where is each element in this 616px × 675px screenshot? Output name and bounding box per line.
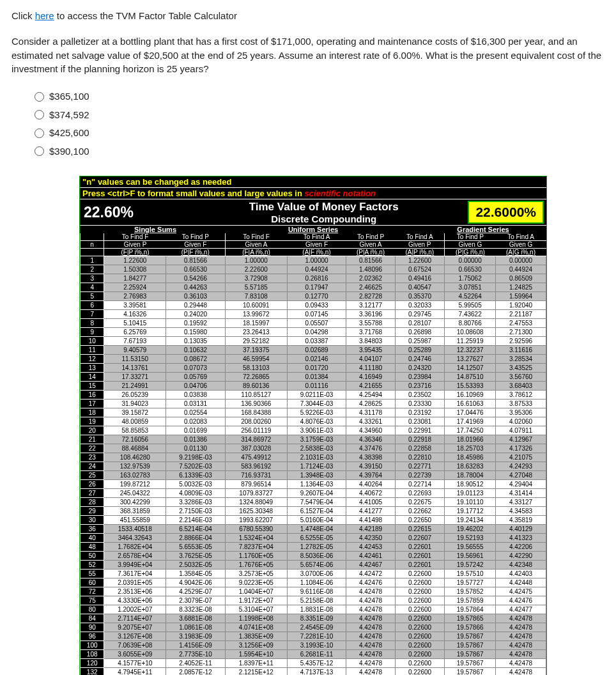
- row-value: 4.31178: [346, 408, 395, 417]
- row-n: 16: [81, 391, 104, 400]
- table-title-2: Discrete Compounding: [182, 213, 465, 224]
- row-n: 80: [81, 605, 104, 614]
- row-value: 4.11180: [346, 364, 395, 373]
- row-value: 19.56555: [445, 543, 496, 552]
- row-value: 2.21187: [496, 310, 546, 319]
- row-value: 0.01720: [287, 364, 346, 373]
- row-n: 13: [81, 364, 104, 373]
- row-value: 0.01384: [287, 373, 346, 382]
- row-value: 0.22739: [395, 471, 445, 480]
- row-value: 879.96514: [225, 480, 287, 489]
- row-value: 0.44924: [287, 265, 346, 274]
- row-value: 3.95435: [346, 346, 395, 355]
- row-value: 0.26898: [395, 328, 445, 337]
- row-value: 19.01123: [445, 489, 496, 498]
- tvm-calculator-link[interactable]: here: [35, 10, 54, 21]
- tvm-factor-table: "n" values can be changed as needed Pres…: [79, 176, 547, 675]
- row-value: 2.71300: [496, 328, 546, 337]
- after-link-text: to access the TVM Factor Table Calculato…: [54, 10, 237, 21]
- row-value: 7.5202E-03: [166, 462, 226, 471]
- colhdr-notation: (A|P i%,n): [395, 249, 445, 256]
- row-value: 4.42477: [496, 605, 546, 614]
- radio-icon[interactable]: [35, 110, 44, 120]
- row-value: 2.4545E-09: [287, 623, 346, 632]
- row-value: 1993.62207: [225, 516, 287, 525]
- row-value: 2.5032E-05: [166, 561, 226, 570]
- table-row: 481.7682E+045.6553E-057.8237E+041.2782E-…: [81, 543, 546, 552]
- table-row: 963.1267E+083.1983E-091.3835E+097.2281E-…: [81, 632, 546, 641]
- row-value: 1.22600: [395, 256, 445, 265]
- row-value: 4.41277: [346, 507, 395, 516]
- colhdr-notation: (P|F i%,n): [166, 249, 226, 256]
- row-value: 0.44924: [496, 265, 546, 274]
- radio-icon[interactable]: [35, 92, 44, 102]
- row-value: 19.57859: [445, 596, 496, 605]
- colhdr-given: Given F: [287, 241, 346, 249]
- row-value: 245.04322: [104, 489, 166, 498]
- row-value: 72.26865: [225, 373, 287, 382]
- row-value: 6.5214E-04: [166, 525, 226, 534]
- row-value: 1.48096: [346, 265, 395, 274]
- row-value: 716.93731: [225, 471, 287, 480]
- row-value: 19.57867: [445, 641, 496, 650]
- row-value: 3.56760: [496, 373, 546, 382]
- colhdr-tofind: [81, 233, 104, 241]
- row-value: 2.7114E+07: [104, 614, 166, 623]
- row-value: 4.42478: [346, 650, 395, 659]
- row-value: 4.42478: [346, 596, 395, 605]
- row-value: 4.28625: [346, 400, 395, 408]
- row-value: 3.3286E-03: [166, 498, 226, 507]
- row-value: 3.6055E+09: [104, 650, 166, 659]
- row-value: 2.0857E-12: [166, 668, 226, 676]
- row-value: 19.52193: [445, 534, 496, 543]
- colhdr-given: Given G: [445, 241, 496, 249]
- table-row: 361533.405186.5214E-046780.553901.4748E-…: [81, 525, 546, 534]
- row-n: 17: [81, 400, 104, 408]
- row-n: 90: [81, 623, 104, 632]
- colhdr-tofind: To Find P: [166, 233, 226, 241]
- row-value: 6.2681E-11: [287, 650, 346, 659]
- radio-icon[interactable]: [35, 128, 44, 138]
- answer-option-0[interactable]: $365,100: [35, 88, 604, 106]
- row-value: 1.8831E-08: [287, 605, 346, 614]
- row-value: 1.00000: [287, 256, 346, 265]
- row-value: 0.26816: [287, 274, 346, 283]
- row-value: 19.57242: [445, 561, 496, 570]
- row-value: 0.22600: [395, 659, 445, 668]
- row-value: 4.42478: [496, 668, 546, 676]
- row-n: 15: [81, 382, 104, 391]
- row-value: 4.42476: [346, 578, 395, 587]
- row-value: 3.95306: [496, 408, 546, 417]
- row-value: 5.57185: [225, 283, 287, 292]
- row-value: 6780.55390: [225, 525, 287, 534]
- row-value: 0.29448: [166, 301, 226, 310]
- row-value: 4.24293: [496, 462, 546, 471]
- row-value: 3.87533: [496, 400, 546, 408]
- table-row: 1521.249910.0470689.601360.011164.216550…: [81, 382, 546, 391]
- row-value: 1079.83727: [225, 489, 287, 498]
- row-value: 3.1993E-10: [287, 641, 346, 650]
- row-value: 21.24991: [104, 382, 166, 391]
- radio-icon[interactable]: [35, 146, 44, 156]
- table-row: 52.769830.361037.831080.127702.827280.35…: [81, 292, 546, 301]
- row-value: 9.0223E+05: [225, 578, 287, 587]
- row-value: 4.8076E-03: [287, 417, 346, 426]
- table-row: 1211.531500.0867246.599540.021464.041070…: [81, 355, 546, 364]
- row-value: 0.04298: [287, 328, 346, 337]
- row-value: 0.81566: [166, 256, 226, 265]
- answer-option-2[interactable]: $425,600: [35, 124, 604, 143]
- row-value: 0.66530: [445, 265, 496, 274]
- row-value: 1.2002E+07: [104, 605, 166, 614]
- row-value: 23.26413: [225, 328, 287, 337]
- colhdr-notation: (P|A i%,n): [346, 249, 395, 256]
- row-n: 5: [81, 292, 104, 301]
- row-value: 1.4748E-04: [287, 525, 346, 534]
- row-value: 1.75062: [445, 274, 496, 283]
- row-n: 7: [81, 310, 104, 319]
- answer-option-3[interactable]: $390,100: [35, 143, 604, 161]
- table-row: 1948.008590.02083208.002604.8076E-034.33…: [81, 417, 546, 426]
- row-value: 3.1267E+08: [104, 632, 166, 641]
- row-value: 0.22714: [395, 480, 445, 489]
- row-value: 15.53393: [445, 382, 496, 391]
- answer-option-1[interactable]: $374,592: [35, 106, 604, 125]
